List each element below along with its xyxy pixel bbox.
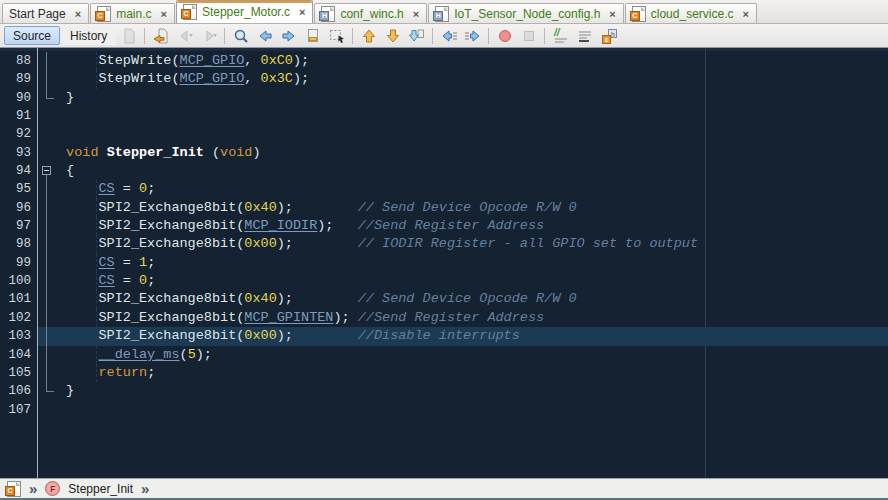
uncomment-button[interactable] [573,26,596,46]
code-line-content[interactable]: SPI2_Exchange8bit(0x40); // Send Device … [37,290,888,308]
code-line-content[interactable]: { [37,162,888,180]
line-number[interactable]: 90 [0,89,37,107]
close-tab-icon[interactable]: × [609,9,615,19]
close-tab-icon[interactable]: × [299,7,305,17]
code-line-100[interactable]: 100 CS = 0; [0,272,888,290]
tab-iot-sensor-node-config-h[interactable]: HIoT_Sensor_Node_config.h× [428,3,624,23]
close-tab-icon[interactable]: × [743,9,749,19]
line-number[interactable]: 89 [0,70,37,88]
code-line-88[interactable]: 88 StepWrite(MCP_GPIO, 0xC0); [0,52,888,70]
source-view-button[interactable]: Source [4,26,60,45]
line-number[interactable]: 107 [0,401,37,419]
chevron-right-icon[interactable]: » [29,483,37,495]
code-line-content[interactable] [37,125,888,143]
code-line-content[interactable]: SPI2_Exchange8bit(0x00); // IODIR Regist… [37,235,888,253]
code-line-90[interactable]: 90 } [0,89,888,107]
line-number[interactable]: 105 [0,364,37,382]
code-line-97[interactable]: 97 SPI2_Exchange8bit(MCP_IODIR); //Send … [0,217,888,235]
line-number[interactable]: 96 [0,199,37,217]
code-line-content[interactable]: } [37,382,888,400]
code-line-101[interactable]: 101 SPI2_Exchange8bit(0x40); // Send Dev… [0,290,888,308]
tab-conf-winc-h[interactable]: Hconf_winc.h× [314,3,427,23]
next-bookmark-button[interactable] [381,26,404,46]
rectangular-selection-button[interactable] [325,26,348,46]
line-number[interactable]: 98 [0,235,37,253]
code-line-content[interactable]: SPI2_Exchange8bit(0x40); // Send Device … [37,199,888,217]
code-line-content[interactable]: SPI2_Exchange8bit(MCP_IODIR); //Send Reg… [37,217,888,235]
c-file-icon: C [183,4,197,20]
breadcrumb-function-name[interactable]: Stepper_Init [68,482,133,496]
toggle-bookmark-button[interactable] [405,26,428,46]
line-number[interactable]: 104 [0,346,37,364]
find-selection-button[interactable] [229,26,252,46]
record-macro-button[interactable] [493,26,516,46]
shift-line-left-button[interactable] [437,26,460,46]
find-next-button[interactable] [277,26,300,46]
code-line-content[interactable]: __delay_ms(5); [37,346,888,364]
close-tab-icon[interactable]: × [160,9,166,19]
code-line-content[interactable]: StepWrite(MCP_GPIO, 0xC0); [37,52,888,70]
code-line-94[interactable]: 94 { [0,162,888,180]
history-view-button[interactable]: History [61,26,116,45]
line-number[interactable]: 101 [0,290,37,308]
line-number[interactable]: 93 [0,144,37,162]
fold-line [37,272,57,290]
line-number[interactable]: 88 [0,52,37,70]
comment-button[interactable]: // [549,26,572,46]
code-line-92[interactable]: 92 [0,125,888,143]
code-line-98[interactable]: 98 SPI2_Exchange8bit(0x00); // IODIR Reg… [0,235,888,253]
code-line-104[interactable]: 104 __delay_ms(5); [0,346,888,364]
code-line-107[interactable]: 107 [0,401,888,419]
line-number[interactable]: 94 [0,162,37,180]
find-previous-button[interactable] [253,26,276,46]
line-number[interactable]: 99 [0,254,37,272]
line-number[interactable]: 100 [0,272,37,290]
code-line-content[interactable]: } [37,89,888,107]
code-line-96[interactable]: 96 SPI2_Exchange8bit(0x40); // Send Devi… [0,199,888,217]
code-line-content[interactable]: void Stepper_Init (void) [37,144,888,162]
fold-line [37,217,57,235]
last-edit-location-button[interactable] [149,26,172,46]
line-number[interactable]: 95 [0,180,37,198]
fold-toggle[interactable] [37,162,57,180]
code-line-content[interactable]: SPI2_Exchange8bit(MCP_GPINTEN); //Send R… [37,309,888,327]
code-line-content[interactable] [37,107,888,125]
tab-start-page[interactable]: Start Page× [2,3,89,23]
tab-main-c[interactable]: Cmain.c× [90,3,175,23]
code-editor[interactable]: 88 StepWrite(MCP_GPIO, 0xC0);89 StepWrit… [0,48,888,478]
close-tab-icon[interactable]: × [413,9,419,19]
chevron-right-icon[interactable]: » [141,483,149,495]
code-line-content[interactable]: return; [37,364,888,382]
code-line-content[interactable]: CS = 0; [37,272,888,290]
toggle-header-source-button[interactable]: hc [597,26,620,46]
code-line-102[interactable]: 102 SPI2_Exchange8bit(MCP_GPINTEN); //Se… [0,309,888,327]
ide-window: Start Page×Cmain.c×CStepper_Motor.c×Hcon… [0,0,888,500]
indent-guide [96,327,97,345]
code-line-95[interactable]: 95 CS = 0; [0,180,888,198]
collapse-fold-icon[interactable] [42,166,51,175]
code-line-content[interactable]: SPI2_Exchange8bit(0x00); //Disable inter… [37,327,888,345]
tab-cloud-service-c[interactable]: Ccloud_service.c× [625,3,757,23]
line-number[interactable]: 97 [0,217,37,235]
toggle-highlight-search-button[interactable] [301,26,324,46]
code-line-content[interactable]: CS = 0; [37,180,888,198]
line-number[interactable]: 91 [0,107,37,125]
previous-bookmark-button[interactable] [357,26,380,46]
code-line-89[interactable]: 89 StepWrite(MCP_GPIO, 0x3C); [0,70,888,88]
code-line-99[interactable]: 99 CS = 1; [0,254,888,272]
code-line-103[interactable]: 103 SPI2_Exchange8bit(0x00); //Disable i… [0,327,888,345]
line-number[interactable]: 106 [0,382,37,400]
code-line-content[interactable]: StepWrite(MCP_GPIO, 0x3C); [37,70,888,88]
line-number[interactable]: 102 [0,309,37,327]
code-line-106[interactable]: 106 } [0,382,888,400]
shift-line-right-button[interactable] [461,26,484,46]
tab-stepper-motor-c[interactable]: CStepper_Motor.c× [176,0,314,23]
close-tab-icon[interactable]: × [75,9,81,19]
code-line-91[interactable]: 91 [0,107,888,125]
code-line-93[interactable]: 93 void Stepper_Init (void) [0,144,888,162]
code-line-105[interactable]: 105 return; [0,364,888,382]
code-line-content[interactable]: CS = 1; [37,254,888,272]
code-line-content[interactable] [37,401,888,419]
line-number[interactable]: 103 [0,327,37,345]
line-number[interactable]: 92 [0,125,37,143]
